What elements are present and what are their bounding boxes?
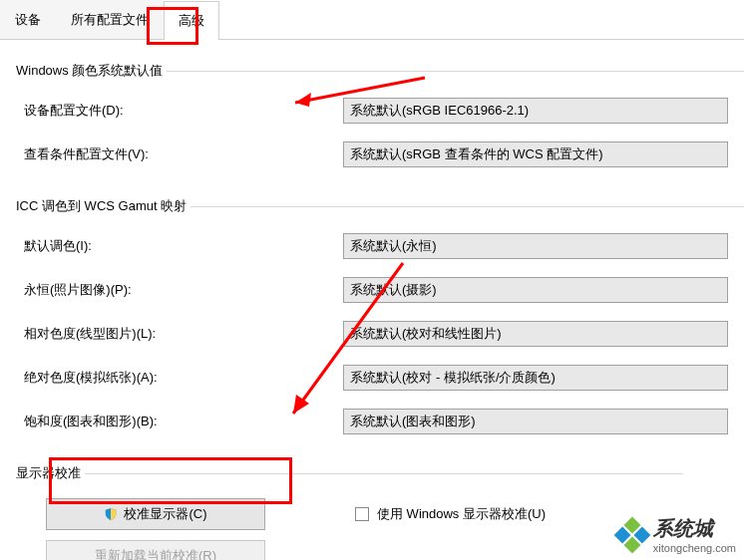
select-default-rendering[interactable]: 系统默认(永恒) bbox=[343, 233, 728, 259]
watermark-url: xitongcheng.com bbox=[653, 542, 736, 554]
select-device-profile[interactable]: 系统默认(sRGB IEC61966-2.1) bbox=[343, 98, 728, 124]
select-viewing-profile[interactable]: 系统默认(sRGB 查看条件的 WCS 配置文件) bbox=[343, 141, 728, 167]
label-saturation: 饱和度(图表和图形)(B): bbox=[24, 413, 343, 430]
watermark-logo-icon bbox=[613, 516, 650, 553]
use-windows-calibration-checkbox[interactable]: 使用 Windows 显示器校准(U) bbox=[355, 505, 546, 523]
label-absolute-colorimetric: 绝对色度(模拟纸张)(A): bbox=[24, 369, 343, 387]
calibrate-display-label: 校准显示器(C) bbox=[124, 505, 206, 523]
group-title-windows-color: Windows 颜色系统默认值 bbox=[16, 62, 167, 80]
use-windows-calibration-label: 使用 Windows 显示器校准(U) bbox=[377, 505, 546, 523]
calibrate-display-button[interactable]: 校准显示器(C) bbox=[46, 498, 265, 530]
label-relative-colorimetric: 相对色度(线型图片)(L): bbox=[24, 325, 343, 343]
watermark-title: 系统城 bbox=[653, 515, 736, 542]
label-perceptual: 永恒(照片图像)(P): bbox=[24, 281, 343, 299]
reload-calibration-button: 重新加载当前校准(R) bbox=[46, 540, 265, 560]
select-saturation[interactable]: 系统默认(图表和图形) bbox=[343, 409, 728, 434]
select-relative-colorimetric[interactable]: 系统默认(校对和线性图片) bbox=[343, 321, 728, 347]
group-windows-color-defaults: Windows 颜色系统默认值 设备配置文件(D): 系统默认(sRGB IEC… bbox=[16, 50, 728, 167]
group-title-icc-wcs: ICC 调色到 WCS Gamut 映射 bbox=[16, 197, 190, 215]
select-absolute-colorimetric[interactable]: 系统默认(校对 - 模拟纸张/介质颜色) bbox=[343, 365, 728, 391]
watermark: 系统城 xitongcheng.com bbox=[619, 515, 736, 554]
label-viewing-profile: 查看条件配置文件(V): bbox=[24, 145, 343, 163]
shield-icon bbox=[104, 507, 118, 521]
checkbox-box bbox=[355, 507, 369, 521]
label-default-rendering: 默认调色(I): bbox=[24, 237, 343, 255]
select-perceptual[interactable]: 系统默认(摄影) bbox=[343, 277, 728, 303]
group-title-display-calib: 显示器校准 bbox=[16, 464, 85, 482]
reload-calibration-label: 重新加载当前校准(R) bbox=[95, 547, 216, 560]
content-area: Windows 颜色系统默认值 设备配置文件(D): 系统默认(sRGB IEC… bbox=[0, 40, 744, 560]
tab-advanced[interactable]: 高级 bbox=[164, 1, 219, 40]
label-device-profile: 设备配置文件(D): bbox=[24, 102, 343, 120]
group-icc-wcs-gamut: ICC 调色到 WCS Gamut 映射 默认调色(I): 系统默认(永恒) 永… bbox=[16, 185, 728, 434]
tab-all-profiles[interactable]: 所有配置文件 bbox=[56, 0, 164, 39]
tab-bar: 设备 所有配置文件 高级 bbox=[0, 0, 744, 40]
tab-devices[interactable]: 设备 bbox=[0, 0, 56, 39]
